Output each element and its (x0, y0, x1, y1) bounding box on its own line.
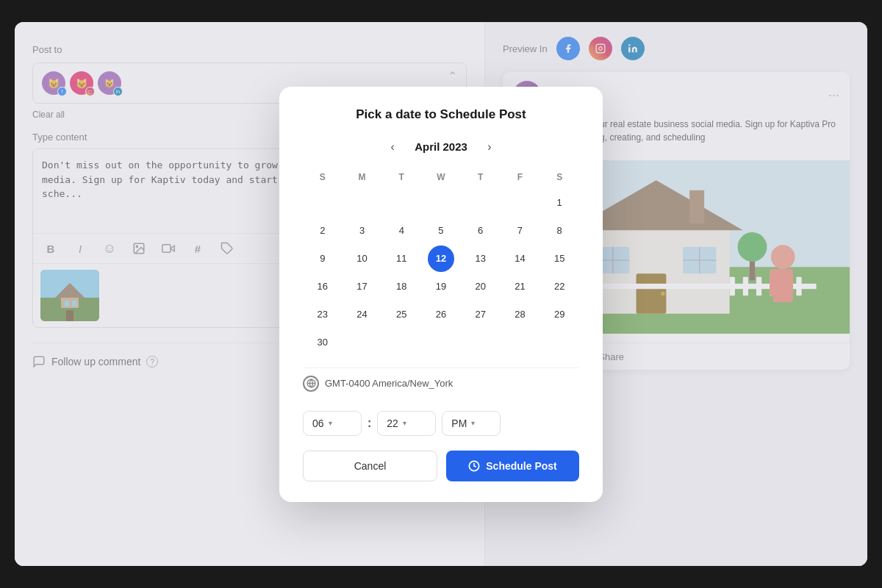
cal-day-9[interactable]: 9 (309, 245, 336, 272)
cal-day-empty (546, 329, 573, 356)
calendar-grid: S M T W T F S 1 (303, 169, 579, 356)
cal-day-18[interactable]: 18 (388, 273, 415, 300)
cal-day-empty (506, 190, 533, 216)
day-header-thu: T (461, 169, 501, 185)
prev-month-button[interactable]: ‹ (382, 137, 403, 157)
day-header-sun: S (303, 169, 343, 185)
cal-day-17[interactable]: 17 (349, 273, 376, 300)
cal-day-22[interactable]: 22 (546, 273, 573, 300)
app-container: Post to 😺 f 😺 ◻ 😺 in ⌃⌄ Clear all Type (15, 22, 867, 566)
cal-day-empty (349, 329, 376, 356)
period-chevron-icon: ▾ (471, 419, 475, 427)
minute-select[interactable]: 22 ▾ (377, 411, 436, 436)
time-colon-separator: : (368, 417, 371, 430)
cal-day-6[interactable]: 6 (467, 218, 494, 244)
cal-day-24[interactable]: 24 (349, 301, 376, 328)
day-header-tue: T (381, 169, 421, 185)
day-header-mon: M (343, 169, 382, 185)
timezone-label: GMT-0400 America/New_York (325, 378, 453, 389)
calendar-week-6: 30 (303, 329, 579, 356)
calendar-header: S M T W T F S (303, 169, 579, 185)
time-picker-row: 06 ▾ : 22 ▾ PM ▾ (303, 411, 579, 436)
schedule-post-button[interactable]: Schedule Post (446, 451, 579, 481)
cal-day-11[interactable]: 11 (388, 245, 415, 272)
cal-day-28[interactable]: 28 (506, 301, 533, 328)
clock-icon (468, 460, 480, 472)
hour-chevron-icon: ▾ (329, 419, 332, 427)
calendar-week-2: 2 3 4 5 6 7 8 (303, 218, 579, 244)
cal-day-8[interactable]: 8 (546, 218, 573, 244)
day-header-wed: W (421, 169, 461, 185)
day-header-fri: F (501, 169, 540, 185)
calendar-week-3: 9 10 11 12 13 14 15 (303, 245, 579, 272)
cal-day-29[interactable]: 29 (546, 301, 573, 328)
cal-day-empty (309, 190, 336, 216)
cal-day-empty (388, 190, 415, 216)
modal-title: Pick a date to Schedule Post (303, 107, 579, 122)
cancel-button[interactable]: Cancel (303, 451, 437, 481)
cal-day-30[interactable]: 30 (309, 329, 336, 356)
minute-value: 22 (387, 417, 398, 429)
cal-day-12[interactable]: 12 (428, 245, 454, 272)
cal-day-3[interactable]: 3 (349, 218, 376, 244)
cal-day-14[interactable]: 14 (506, 245, 533, 272)
day-header-sat: S (539, 169, 579, 185)
cal-day-13[interactable]: 13 (467, 245, 494, 272)
globe-icon (303, 376, 319, 392)
timezone-row: GMT-0400 America/New_York (303, 368, 579, 399)
cal-day-empty (428, 190, 454, 216)
cal-day-empty (349, 190, 376, 216)
cal-day-21[interactable]: 21 (506, 273, 533, 300)
cal-day-4[interactable]: 4 (388, 218, 415, 244)
cal-day-5[interactable]: 5 (428, 218, 454, 244)
cal-day-empty (467, 190, 494, 216)
period-select[interactable]: PM ▾ (442, 411, 501, 436)
cal-day-15[interactable]: 15 (546, 245, 573, 272)
calendar-week-5: 23 24 25 26 27 28 29 (303, 301, 579, 328)
cal-day-1[interactable]: 1 (546, 190, 573, 216)
hour-select[interactable]: 06 ▾ (303, 411, 362, 436)
hour-value: 06 (312, 417, 324, 429)
cal-day-19[interactable]: 19 (428, 273, 454, 300)
cal-day-20[interactable]: 20 (467, 273, 494, 300)
calendar-modal: Pick a date to Schedule Post ‹ April 202… (279, 87, 603, 502)
month-year-label: April 2023 (415, 140, 467, 153)
modal-buttons: Cancel Schedule Post (303, 451, 579, 481)
cal-day-26[interactable]: 26 (428, 301, 454, 328)
period-value: PM (451, 417, 467, 429)
cal-day-empty (388, 329, 415, 356)
calendar-week-1: 1 (303, 190, 579, 216)
minute-chevron-icon: ▾ (403, 419, 406, 427)
cal-day-25[interactable]: 25 (388, 301, 415, 328)
calendar-nav: ‹ April 2023 › (303, 137, 579, 157)
cal-day-10[interactable]: 10 (349, 245, 376, 272)
cal-day-16[interactable]: 16 (309, 273, 336, 300)
cal-day-2[interactable]: 2 (309, 218, 336, 244)
cal-day-empty (506, 329, 533, 356)
cal-day-23[interactable]: 23 (309, 301, 336, 328)
calendar-week-4: 16 17 18 19 20 21 22 (303, 273, 579, 300)
cal-day-7[interactable]: 7 (506, 218, 533, 244)
cal-day-empty (467, 329, 494, 356)
cal-day-27[interactable]: 27 (467, 301, 494, 328)
schedule-button-label: Schedule Post (486, 460, 556, 472)
cal-day-empty (428, 329, 454, 356)
next-month-button[interactable]: › (479, 137, 500, 157)
modal-overlay: Pick a date to Schedule Post ‹ April 202… (15, 22, 867, 566)
